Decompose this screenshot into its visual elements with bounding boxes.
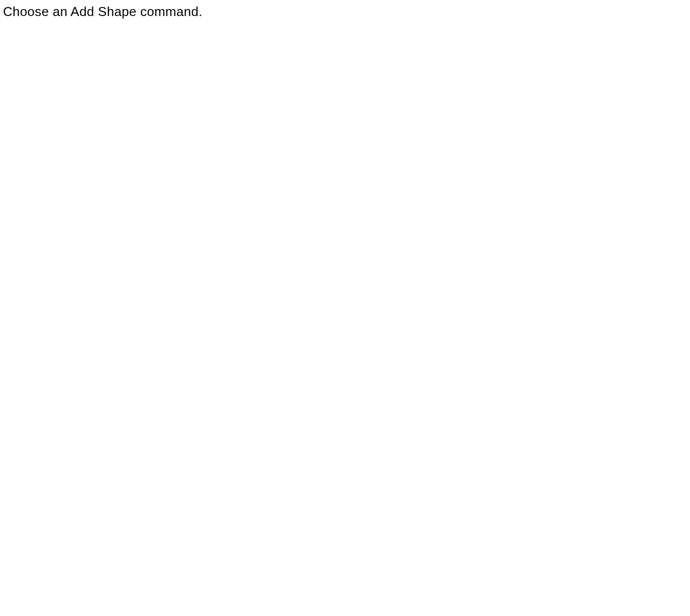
- annotation-top: Choose an Add Shape command.: [0, 0, 690, 20]
